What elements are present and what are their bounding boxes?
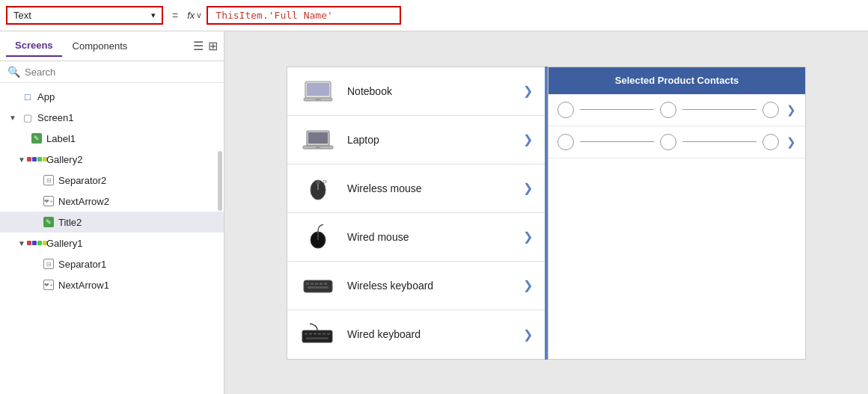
- line-4: [682, 141, 757, 143]
- svg-rect-20: [308, 286, 328, 289]
- tree-icon-gallery: [30, 241, 43, 245]
- contacts-chevron-1[interactable]: ❯: [786, 103, 796, 117]
- product-row-wireless-kb[interactable]: Wireless keyboard❯: [287, 262, 545, 310]
- svg-point-3: [315, 99, 321, 100]
- fx-label[interactable]: fx: [187, 10, 195, 21]
- tree-label-label1: Label1: [46, 133, 218, 144]
- tree-label-separator1: Separator1: [58, 259, 218, 270]
- svg-rect-22: [305, 333, 308, 335]
- svg-rect-25: [318, 333, 321, 335]
- formula-bar[interactable]: ThisItem.'Full Name': [207, 6, 401, 25]
- fx-chevron[interactable]: ∨: [196, 10, 202, 20]
- circle-6: [762, 134, 779, 150]
- tab-screens[interactable]: Screens: [6, 35, 62, 57]
- tree-icon-label: ✎: [42, 217, 55, 227]
- product-name-wired-mouse: Wired mouse: [347, 231, 513, 243]
- product-row-wired-kb[interactable]: Wired keyboard❯: [287, 310, 545, 359]
- tree-label-separator2: Separator2: [58, 175, 218, 186]
- sidebar: Screens Components ☰ ⊞ 🔍 □App▼▢Screen1✎L…: [0, 31, 224, 394]
- svg-point-11: [323, 180, 326, 183]
- tree-item-nextarrow1[interactable]: ❤+NextArrow1: [0, 274, 224, 295]
- circle-5: [660, 134, 676, 150]
- circle-4: [557, 134, 574, 150]
- contacts-row-2: ❯: [548, 126, 805, 158]
- contacts-chevron-2[interactable]: ❯: [786, 135, 796, 149]
- grid-view-icon[interactable]: ⊞: [208, 39, 218, 53]
- product-name-wired-kb: Wired keyboard: [347, 328, 513, 340]
- svg-rect-5: [308, 132, 328, 144]
- list-view-icon[interactable]: ☰: [193, 39, 204, 53]
- search-icon: 🔍: [7, 66, 20, 78]
- tree-item-separator2[interactable]: ⊟Separator2: [0, 170, 224, 191]
- product-row-laptop[interactable]: Laptop❯: [287, 116, 545, 164]
- tree-label-nextarrow1: NextArrow1: [58, 280, 218, 291]
- search-input[interactable]: [25, 67, 216, 78]
- product-list: Notebook❯Laptop❯Wireless mouse❯Wired mou…: [287, 67, 545, 360]
- tree-item-nextarrow2[interactable]: ❤+NextArrow2: [0, 191, 224, 212]
- sidebar-view-icons: ☰ ⊞: [193, 39, 218, 53]
- tree-icon-nextarrow: ❤+: [42, 280, 55, 290]
- contacts-circles-1: [557, 102, 779, 118]
- main-area: Screens Components ☰ ⊞ 🔍 □App▼▢Screen1✎L…: [0, 31, 868, 394]
- product-chevron-wireless-kb[interactable]: ❯: [523, 278, 533, 292]
- product-chevron-laptop[interactable]: ❯: [523, 132, 533, 147]
- sidebar-search-container: 🔍: [0, 61, 224, 83]
- product-chevron-notebook[interactable]: ❯: [523, 84, 533, 98]
- tree-item-screen1[interactable]: ▼▢Screen1: [0, 107, 224, 128]
- product-chevron-wired-mouse[interactable]: ❯: [523, 230, 533, 244]
- svg-point-10: [316, 181, 320, 184]
- tree-label-app: App: [37, 91, 218, 102]
- svg-rect-26: [323, 333, 326, 335]
- tree-icon-label: ✎: [30, 133, 43, 144]
- contacts-panel: Selected Product Contacts ❯: [548, 67, 806, 360]
- product-img-notebook: [299, 77, 337, 105]
- tree-icon-screen: ▢: [21, 112, 34, 123]
- product-name-laptop: Laptop: [347, 134, 513, 146]
- tree-item-app[interactable]: □App: [0, 86, 224, 107]
- product-row-notebook[interactable]: Notebook❯: [287, 67, 545, 116]
- product-chevron-wired-kb[interactable]: ❯: [523, 327, 533, 342]
- contacts-header: Selected Product Contacts: [548, 67, 805, 94]
- text-property-chevron[interactable]: ▾: [151, 10, 156, 20]
- contacts-circles-2: [557, 134, 779, 150]
- text-property-box[interactable]: Text ▾: [6, 6, 163, 25]
- tree-item-gallery2[interactable]: ▼Gallery2: [0, 149, 224, 170]
- tree-item-label1[interactable]: ✎Label1: [0, 128, 224, 149]
- tree-expand-gallery1[interactable]: ▼: [16, 239, 27, 247]
- tree-icon-separator: ⊟: [42, 175, 55, 185]
- tree-label-nextarrow2: NextArrow2: [58, 196, 218, 207]
- tree-icon-gallery: [30, 157, 43, 161]
- product-row-wireless-mouse[interactable]: Wireless mouse❯: [287, 164, 545, 213]
- svg-rect-1: [307, 83, 329, 96]
- circle-2: [660, 102, 676, 118]
- svg-point-7: [316, 147, 321, 148]
- tree-item-separator1[interactable]: ⊟Separator1: [0, 253, 224, 274]
- product-img-wired-kb: [299, 320, 337, 348]
- formula-text: ThisItem.'Full Name': [216, 10, 333, 21]
- toolbar: Text ▾ = fx ∨ ThisItem.'Full Name': [0, 0, 868, 31]
- svg-rect-16: [311, 283, 314, 285]
- product-row-wired-mouse[interactable]: Wired mouse❯: [287, 213, 545, 262]
- tree-expand-gallery2[interactable]: ▼: [16, 156, 27, 164]
- product-img-wireless-kb: [299, 271, 337, 300]
- tree-label-screen1: Screen1: [37, 112, 218, 123]
- scrollbar-thumb[interactable]: [218, 151, 222, 211]
- text-property-label: Text: [13, 10, 31, 21]
- contacts-row-1: ❯: [548, 94, 805, 126]
- svg-rect-28: [306, 337, 328, 339]
- svg-rect-21: [302, 330, 332, 342]
- product-chevron-wireless-mouse[interactable]: ❯: [523, 181, 533, 195]
- tree-expand-screen1[interactable]: ▼: [7, 114, 18, 122]
- circle-3: [762, 102, 779, 118]
- line-1: [580, 109, 654, 111]
- product-name-notebook: Notebook: [347, 85, 513, 97]
- tab-components[interactable]: Components: [64, 36, 137, 56]
- line-2: [682, 109, 757, 111]
- tree-item-gallery1[interactable]: ▼Gallery1: [0, 233, 224, 253]
- equals-sign: =: [172, 10, 178, 22]
- tree-icon-nextarrow: ❤+: [42, 196, 55, 206]
- svg-rect-17: [315, 283, 318, 285]
- tree-label-title2: Title2: [58, 217, 218, 228]
- tree-item-title2[interactable]: ✎Title2: [0, 212, 224, 233]
- fx-container: fx ∨: [187, 10, 202, 21]
